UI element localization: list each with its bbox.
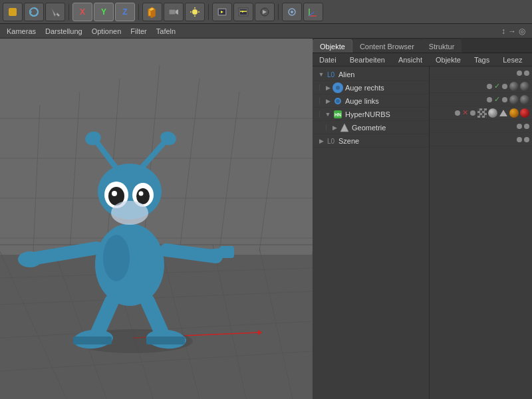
y-axis-btn[interactable]: Y bbox=[94, 3, 114, 21]
check-ar: ✓ bbox=[494, 82, 500, 90]
expand-alien[interactable]: ▼ bbox=[317, 68, 326, 81]
right-panel: Objekte Content Browser Struktur Datei B… bbox=[313, 39, 532, 399]
svg-point-65 bbox=[139, 192, 144, 196]
svg-rect-77 bbox=[146, 336, 185, 344]
svg-point-64 bbox=[136, 188, 150, 204]
render-frame-btn[interactable] bbox=[212, 3, 232, 21]
tab-content-browser[interactable]: Content Browser bbox=[352, 39, 422, 53]
sphere-hn-red bbox=[520, 108, 529, 118]
svg-rect-27 bbox=[0, 39, 313, 255]
sep4 bbox=[278, 4, 279, 20]
svg-marker-86 bbox=[340, 124, 348, 132]
viewport-icon-3[interactable]: ◎ bbox=[519, 27, 525, 36]
panel-menubar: Datei Bearbeiten Ansicht Objekte Tags Le… bbox=[313, 53, 532, 66]
checker-hn bbox=[477, 108, 487, 118]
panel-menu-datei[interactable]: Datei bbox=[315, 55, 340, 65]
tree-line-4: │ bbox=[323, 124, 330, 130]
render-settings-btn[interactable] bbox=[233, 3, 253, 21]
tri-hn bbox=[499, 108, 508, 118]
dot-alien-2 bbox=[524, 70, 529, 76]
obj-row-auge-links[interactable]: │ ▶ Auge links bbox=[313, 94, 429, 108]
panel-menu-objekte[interactable]: Objekte bbox=[432, 55, 465, 65]
sphere-al-1 bbox=[509, 95, 519, 104]
svg-marker-88 bbox=[499, 110, 507, 116]
snap-btn[interactable] bbox=[282, 3, 302, 21]
anim-settings-btn[interactable] bbox=[255, 3, 275, 21]
menu-kameras[interactable]: Kameras bbox=[3, 27, 40, 36]
expand-hypernurbs[interactable]: ▼ bbox=[323, 108, 332, 121]
expand-auge-links[interactable]: ▶ bbox=[323, 94, 332, 108]
menu-darstellung[interactable]: Darstellung bbox=[41, 27, 86, 36]
icon-szene: L0 bbox=[326, 136, 336, 146]
undo-btn[interactable] bbox=[3, 3, 23, 21]
svg-text:L0: L0 bbox=[327, 71, 335, 78]
svg-rect-74 bbox=[73, 336, 112, 344]
menu-tafeln[interactable]: Tafeln bbox=[152, 27, 180, 36]
camera-btn[interactable] bbox=[164, 3, 184, 21]
material-ar bbox=[509, 82, 529, 91]
svg-line-24 bbox=[309, 12, 314, 16]
prop-alien bbox=[430, 66, 532, 80]
dot-geo-2 bbox=[524, 124, 529, 129]
obj-row-szene[interactable]: ▶ L0 Szene bbox=[313, 134, 429, 148]
svg-point-21 bbox=[291, 11, 293, 13]
coord-btn[interactable] bbox=[303, 3, 323, 21]
svg-line-70 bbox=[200, 253, 223, 255]
menubar: Kameras Darstellung Optionen Filter Tafe… bbox=[0, 24, 532, 39]
sphere-ar-2 bbox=[520, 82, 529, 91]
prop-geometrie bbox=[430, 120, 532, 133]
tab-bar: Objekte Content Browser Struktur bbox=[313, 39, 532, 53]
label-hypernurbs: HyperNURBS bbox=[345, 110, 426, 118]
cube-btn[interactable] bbox=[142, 3, 162, 21]
expand-szene[interactable]: ▶ bbox=[317, 134, 326, 148]
tab-struktur[interactable]: Struktur bbox=[422, 39, 462, 53]
viewport[interactable] bbox=[0, 39, 313, 399]
svg-text:HN: HN bbox=[334, 112, 341, 117]
dot-alien-1 bbox=[517, 70, 522, 76]
obj-row-alien[interactable]: ▼ L0 Alien bbox=[313, 68, 429, 81]
redo-btn[interactable] bbox=[24, 3, 44, 21]
tab-objekte[interactable]: Objekte bbox=[313, 39, 352, 53]
dot-geo-1 bbox=[517, 124, 522, 129]
sphere-hn bbox=[488, 108, 497, 118]
light-btn[interactable] bbox=[185, 3, 205, 21]
select-btn[interactable] bbox=[45, 3, 65, 21]
dot-ar-2 bbox=[502, 84, 507, 89]
menu-optionen[interactable]: Optionen bbox=[88, 27, 126, 36]
viewport-icon-1[interactable]: ↕ bbox=[501, 27, 505, 36]
obj-row-hypernurbs[interactable]: │ ▼ HN HyperNURBS bbox=[313, 108, 429, 121]
sphere-hn-color bbox=[509, 108, 519, 118]
expand-geometrie[interactable]: ▶ bbox=[330, 121, 339, 134]
label-auge-links: Auge links bbox=[345, 97, 426, 105]
dot-hn-1 bbox=[455, 110, 460, 116]
panel-menu-ansicht[interactable]: Ansicht bbox=[394, 55, 426, 65]
x-hn: ✕ bbox=[462, 108, 468, 117]
obj-row-auge-rechts[interactable]: │ ▶ Auge rechts bbox=[313, 81, 429, 94]
obj-row-geometrie[interactable]: │ ▶ Geometrie bbox=[313, 121, 429, 134]
svg-point-83 bbox=[336, 99, 340, 103]
label-auge-rechts: Auge rechts bbox=[345, 84, 426, 92]
z-axis-btn[interactable]: Z bbox=[115, 3, 135, 21]
label-geometrie: Geometrie bbox=[352, 124, 426, 132]
dot-szene-2 bbox=[524, 137, 529, 142]
icon-auge-links bbox=[332, 96, 343, 106]
menu-filter[interactable]: Filter bbox=[126, 27, 150, 36]
main-area: Objekte Content Browser Struktur Datei B… bbox=[0, 39, 532, 399]
svg-point-66 bbox=[111, 201, 148, 225]
label-alien: Alien bbox=[338, 70, 426, 78]
dot-szene-1 bbox=[517, 137, 522, 142]
expand-auge-rechts[interactable]: ▶ bbox=[323, 81, 332, 94]
panel-menu-bearbeiten[interactable]: Bearbeiten bbox=[346, 55, 389, 65]
object-tree: ▼ L0 Alien │ ▶ Auge rech bbox=[313, 66, 429, 399]
label-szene: Szene bbox=[338, 137, 426, 145]
svg-point-68 bbox=[18, 251, 42, 267]
prop-auge-links: ✓ bbox=[430, 93, 532, 106]
x-axis-btn[interactable]: X bbox=[72, 3, 92, 21]
sphere-ar-1 bbox=[509, 82, 519, 91]
sep2 bbox=[138, 4, 139, 20]
viewport-icon-2[interactable]: → bbox=[508, 27, 516, 36]
panel-menu-lesez[interactable]: Lesez bbox=[499, 55, 526, 65]
svg-point-62 bbox=[112, 191, 117, 196]
panel-menu-tags[interactable]: Tags bbox=[470, 55, 493, 65]
svg-rect-5 bbox=[169, 9, 176, 15]
